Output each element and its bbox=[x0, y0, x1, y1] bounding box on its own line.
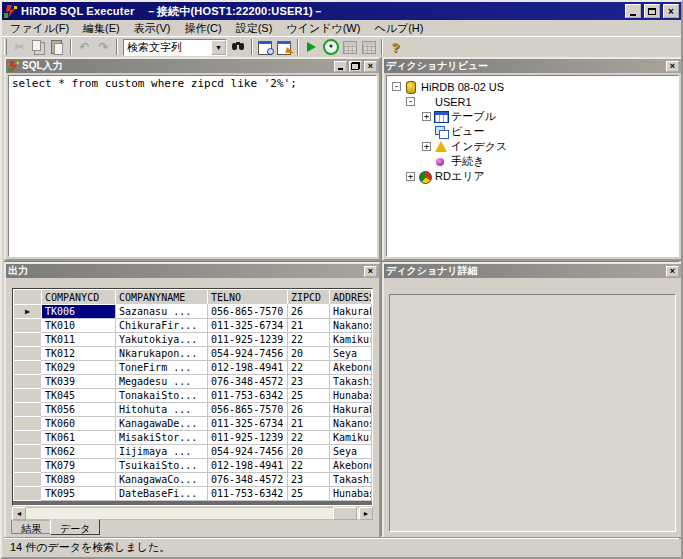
scroll-left-icon[interactable]: ◄ bbox=[12, 507, 26, 520]
dictionary-view-titlebar[interactable]: ディクショナリビュー × bbox=[384, 59, 681, 73]
cell-zipcd[interactable]: 22 bbox=[288, 431, 330, 445]
cell-companyname[interactable]: Sazanasu ... bbox=[116, 305, 208, 319]
sql-close-button[interactable]: × bbox=[364, 61, 377, 72]
table-row[interactable]: TK029 ToneFirm ... 012-198-4941 22 Akebo… bbox=[14, 361, 372, 375]
table-row[interactable]: TK095 DateBaseFi... 011-753-6342 25 Huna… bbox=[14, 487, 372, 501]
row-selector[interactable] bbox=[14, 389, 42, 403]
cell-companycd[interactable]: TK039 bbox=[42, 375, 116, 389]
result-view-icon[interactable] bbox=[340, 38, 359, 56]
cell-address[interactable]: Nakanoshima bbox=[330, 319, 372, 333]
cell-companyname[interactable]: DateBaseFi... bbox=[116, 487, 208, 501]
cell-companycd[interactable]: TK061 bbox=[42, 431, 116, 445]
cell-telno[interactable]: 011-325-6734 bbox=[208, 319, 288, 333]
cell-companycd[interactable]: TK089 bbox=[42, 473, 116, 487]
row-selector[interactable] bbox=[14, 319, 42, 333]
cell-companycd[interactable]: TK062 bbox=[42, 445, 116, 459]
table-row[interactable]: TK089 KanagawaCo... 076-348-4572 23 Taka… bbox=[14, 473, 372, 487]
tree-expander[interactable]: + bbox=[406, 172, 415, 181]
menu-edit[interactable]: 編集(E) bbox=[76, 20, 127, 37]
table-row[interactable]: TK079 TsuikaiSto... 012-198-4941 22 Akeb… bbox=[14, 459, 372, 473]
cell-companyname[interactable]: TsuikaiSto... bbox=[116, 459, 208, 473]
cell-address[interactable]: Hunabashi bbox=[330, 389, 372, 403]
cell-address[interactable]: Seya bbox=[330, 445, 372, 459]
cell-companycd[interactable]: TK011 bbox=[42, 333, 116, 347]
scrollbar-thumb[interactable] bbox=[333, 507, 357, 520]
table-row[interactable]: TK061 MisakiStor... 011-925-1239 22 Kami… bbox=[14, 431, 372, 445]
tree-item-indexes[interactable]: + インデクス bbox=[389, 139, 678, 154]
search-string-combobox[interactable]: 検索文字列 ▼ bbox=[123, 39, 227, 56]
sql-minimize-button[interactable] bbox=[334, 61, 347, 72]
cell-companycd[interactable]: TK045 bbox=[42, 389, 116, 403]
cell-zipcd[interactable]: 25 bbox=[288, 389, 330, 403]
row-selector[interactable] bbox=[14, 459, 42, 473]
dictionary-view-close-button[interactable]: × bbox=[666, 61, 679, 72]
cell-telno[interactable]: 011-753-6342 bbox=[208, 487, 288, 501]
tree-item-hirdb-root[interactable]: - HiRDB 08-02 US bbox=[389, 79, 678, 94]
cell-companyname[interactable]: Megadesu ... bbox=[116, 375, 208, 389]
scroll-right-icon[interactable]: ► bbox=[359, 507, 373, 520]
cell-zipcd[interactable]: 23 bbox=[288, 375, 330, 389]
cell-companyname[interactable]: Hitohuta ... bbox=[116, 403, 208, 417]
menu-help[interactable]: ヘルプ(H) bbox=[367, 20, 430, 37]
cell-address[interactable]: Akebono bbox=[330, 459, 372, 473]
cell-companycd[interactable]: TK006 bbox=[42, 305, 116, 319]
cell-zipcd[interactable]: 26 bbox=[288, 305, 330, 319]
cell-companycd[interactable]: TK095 bbox=[42, 487, 116, 501]
cell-zipcd[interactable]: 20 bbox=[288, 347, 330, 361]
column-header[interactable]: COMPANYNAME bbox=[116, 290, 208, 305]
table-row[interactable]: TK010 ChikuraFir... 011-325-6734 21 Naka… bbox=[14, 319, 372, 333]
cell-address[interactable]: Kamikurata bbox=[330, 333, 372, 347]
cell-zipcd[interactable]: 23 bbox=[288, 473, 330, 487]
row-selector[interactable]: ▶ bbox=[14, 305, 42, 319]
sql-input-titlebar[interactable]: SQL入力 × bbox=[6, 59, 379, 73]
menu-settings[interactable]: 設定(S) bbox=[229, 20, 280, 37]
minimize-button[interactable] bbox=[625, 4, 641, 18]
table-row[interactable]: TK062 Iijimaya ... 054-924-7456 20 Seya bbox=[14, 445, 372, 459]
cell-telno[interactable]: 056-865-7570 bbox=[208, 305, 288, 319]
cell-zipcd[interactable]: 22 bbox=[288, 333, 330, 347]
cell-address[interactable]: Nakanoshima bbox=[330, 417, 372, 431]
copy-icon[interactable] bbox=[29, 38, 48, 56]
cell-telno[interactable]: 011-325-6734 bbox=[208, 417, 288, 431]
cell-telno[interactable]: 011-753-6342 bbox=[208, 389, 288, 403]
output-titlebar[interactable]: 出力 × bbox=[6, 264, 379, 278]
cell-telno[interactable]: 056-865-7570 bbox=[208, 403, 288, 417]
table-row[interactable]: TK056 Hitohuta ... 056-865-7570 26 Hakur… bbox=[14, 403, 372, 417]
menu-operation[interactable]: 操作(C) bbox=[177, 20, 228, 37]
title-bar[interactable]: HiRDB SQL Executer －接続中(HOST1:22200:USER… bbox=[2, 2, 681, 20]
data-view-icon[interactable] bbox=[359, 38, 378, 56]
row-selector[interactable] bbox=[14, 431, 42, 445]
cell-zipcd[interactable]: 25 bbox=[288, 487, 330, 501]
cell-telno[interactable]: 012-198-4941 bbox=[208, 361, 288, 375]
cell-companycd[interactable]: TK060 bbox=[42, 417, 116, 431]
row-selector[interactable] bbox=[14, 487, 42, 501]
cell-telno[interactable]: 011-925-1239 bbox=[208, 333, 288, 347]
cell-companyname[interactable]: KanagawaCo... bbox=[116, 473, 208, 487]
tree-expander[interactable]: + bbox=[422, 142, 431, 151]
find-icon[interactable] bbox=[229, 38, 248, 56]
table-row[interactable]: ▶ TK006 Sazanasu ... 056-865-7570 26 Hak… bbox=[14, 305, 372, 319]
cell-address[interactable]: Takashima bbox=[330, 375, 372, 389]
dictionary-detail-close-button[interactable]: × bbox=[666, 266, 679, 277]
tree-item-procedures[interactable]: 手続き bbox=[389, 154, 678, 169]
cell-telno[interactable]: 076-348-4572 bbox=[208, 473, 288, 487]
cell-companycd[interactable]: TK079 bbox=[42, 459, 116, 473]
row-selector[interactable] bbox=[14, 403, 42, 417]
table-row[interactable]: TK011 Yakutokiya... 011-925-1239 22 Kami… bbox=[14, 333, 372, 347]
cell-telno[interactable]: 054-924-7456 bbox=[208, 347, 288, 361]
cell-address[interactable]: Hakuraku bbox=[330, 305, 372, 319]
table-row[interactable]: TK012 Nkarukapon... 054-924-7456 20 Seya bbox=[14, 347, 372, 361]
tree-item-views[interactable]: ビュー bbox=[389, 124, 678, 139]
tab-result[interactable]: 結果 bbox=[11, 520, 51, 534]
sql-restore-button[interactable] bbox=[349, 61, 362, 72]
cell-companycd[interactable]: TK010 bbox=[42, 319, 116, 333]
table-row[interactable]: TK045 TonakaiSto... 011-753-6342 25 Huna… bbox=[14, 389, 372, 403]
cell-address[interactable]: Seya bbox=[330, 347, 372, 361]
cell-companyname[interactable]: Iijimaya ... bbox=[116, 445, 208, 459]
row-selector[interactable] bbox=[14, 347, 42, 361]
row-selector[interactable] bbox=[14, 445, 42, 459]
column-header[interactable]: ADDRESS bbox=[330, 290, 372, 305]
cell-companyname[interactable]: MisakiStor... bbox=[116, 431, 208, 445]
cell-address[interactable]: Hakuraku bbox=[330, 403, 372, 417]
cell-telno[interactable]: 012-198-4941 bbox=[208, 459, 288, 473]
